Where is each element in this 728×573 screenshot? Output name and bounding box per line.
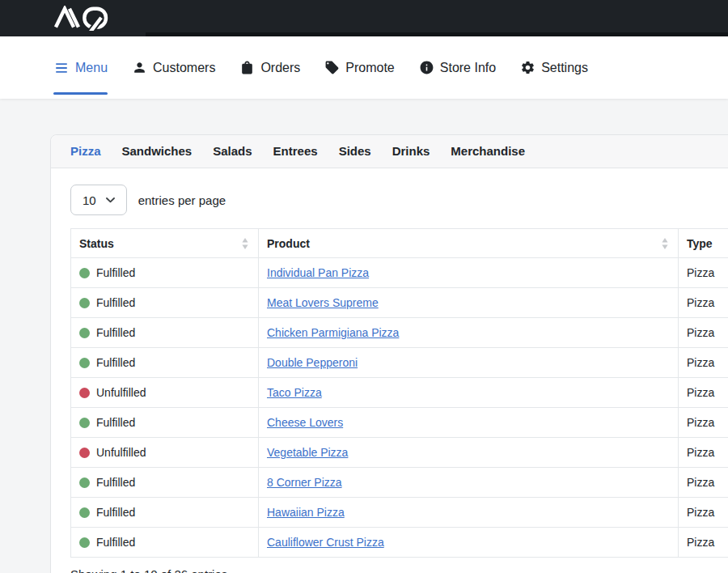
column-header-type[interactable]: Type: [679, 229, 728, 258]
tab-sides[interactable]: Sides: [339, 143, 371, 159]
type-cell: Pizza: [679, 348, 728, 378]
status-dot-icon: [79, 418, 90, 428]
tab-salads[interactable]: Salads: [213, 143, 252, 159]
nav-item-store-info[interactable]: Store Info: [419, 36, 496, 99]
status-label: Fulfilled: [96, 536, 135, 549]
status-dot-icon: [79, 358, 90, 368]
table-row: Fulfilled Double Pepperoni Pizza: [71, 348, 728, 378]
nav-item-label: Orders: [260, 61, 300, 75]
gear-icon: [520, 60, 535, 75]
brand-logo: [53, 0, 116, 36]
entries-select-value: 10: [83, 193, 96, 207]
type-cell: Pizza: [679, 528, 728, 558]
info-icon: [419, 60, 434, 75]
type-cell: Pizza: [679, 438, 728, 468]
table-row: Fulfilled Chicken Parmigiana Pizza Pizza: [71, 318, 728, 348]
product-link[interactable]: Chicken Parmigiana Pizza: [267, 326, 399, 339]
tab-drinks[interactable]: Drinks: [392, 143, 430, 159]
tab-pizza[interactable]: Pizza: [70, 143, 101, 159]
product-link[interactable]: Cauliflower Crust Pizza: [267, 536, 384, 549]
product-link[interactable]: Double Pepperoni: [267, 356, 358, 369]
nav-item-orders[interactable]: Orders: [239, 36, 300, 99]
product-link[interactable]: 8 Corner Pizza: [267, 476, 342, 489]
entries-per-page-select[interactable]: 10: [70, 185, 127, 215]
status-label: Fulfilled: [96, 416, 135, 429]
main-nav: Menu Customers Orders Promote Store Info…: [0, 36, 728, 99]
status-label: Fulfilled: [96, 506, 135, 519]
nav-item-label: Settings: [541, 61, 588, 75]
status-label: Unfulfilled: [96, 386, 146, 399]
table-row: Fulfilled Meat Lovers Supreme Pizza: [71, 288, 728, 318]
page-content: PizzaSandwichesSaladsEntreesSidesDrinksM…: [0, 99, 728, 573]
sort-arrows-icon: [242, 238, 248, 249]
table-row: Unfulfilled Taco Pizza Pizza: [71, 378, 728, 408]
type-cell: Pizza: [679, 498, 728, 528]
nav-item-promote[interactable]: Promote: [324, 36, 394, 99]
bag-icon: [239, 60, 255, 75]
status-label: Fulfilled: [96, 296, 135, 309]
tag-icon: [324, 60, 340, 75]
product-link[interactable]: Hawaiian Pizza: [267, 506, 345, 519]
status-dot-icon: [79, 478, 90, 488]
table-row: Fulfilled Cheese Lovers Pizza: [71, 408, 728, 438]
column-header-status[interactable]: Status: [71, 229, 259, 258]
chevron-down-icon: [106, 197, 115, 203]
type-cell: Pizza: [679, 378, 728, 408]
category-tabs: PizzaSandwichesSaladsEntreesSidesDrinksM…: [70, 143, 728, 159]
type-cell: Pizza: [679, 258, 728, 288]
status-label: Fulfilled: [96, 476, 135, 489]
tab-sandwiches[interactable]: Sandwiches: [122, 143, 193, 159]
table-summary: Showing 1 to 10 of 26 entries: [70, 567, 728, 573]
table-row: Fulfilled 8 Corner Pizza Pizza: [71, 468, 728, 498]
nav-item-customers[interactable]: Customers: [132, 36, 215, 99]
type-cell: Pizza: [679, 468, 728, 498]
menu-card-body: 10 entries per page Status Product Type: [51, 168, 728, 573]
type-cell: Pizza: [679, 288, 728, 318]
entries-row: 10 entries per page: [70, 185, 728, 215]
type-cell: Pizza: [679, 408, 728, 438]
nav-item-menu[interactable]: Menu: [53, 36, 108, 99]
status-label: Fulfilled: [96, 356, 135, 369]
nav-item-label: Customers: [153, 61, 215, 75]
table-row: Fulfilled Hawaiian Pizza Pizza: [71, 498, 728, 528]
status-dot-icon: [79, 537, 90, 548]
status-dot-icon: [79, 298, 90, 308]
brand-logo-icon: [53, 6, 116, 31]
nav-item-label: Promote: [345, 61, 394, 75]
type-cell: Pizza: [679, 318, 728, 348]
status-dot-icon: [79, 388, 90, 398]
product-link[interactable]: Individual Pan Pizza: [267, 266, 369, 279]
topbar: [0, 0, 728, 36]
table-row: Fulfilled Individual Pan Pizza Pizza: [71, 258, 728, 288]
product-link[interactable]: Vegetable Pizza: [267, 446, 348, 459]
nav-item-settings[interactable]: Settings: [520, 36, 588, 99]
sort-arrows-icon: [662, 238, 668, 249]
nav-items: Menu Customers Orders Promote Store Info…: [53, 36, 588, 99]
status-dot-icon: [79, 268, 90, 278]
status-dot-icon: [79, 507, 90, 518]
table-row: Unfulfilled Vegetable Pizza Pizza: [71, 438, 728, 468]
status-label: Unfulfilled: [96, 446, 146, 459]
table-row: Fulfilled Cauliflower Crust Pizza Pizza: [71, 528, 728, 558]
category-tab-bar: PizzaSandwichesSaladsEntreesSidesDrinksM…: [51, 135, 728, 168]
nav-item-label: Menu: [75, 61, 108, 75]
column-header-label: Status: [79, 237, 114, 250]
entries-per-page-label: entries per page: [138, 193, 226, 207]
status-label: Fulfilled: [96, 266, 135, 279]
menu-card: PizzaSandwichesSaladsEntreesSidesDrinksM…: [50, 134, 728, 573]
nav-item-label: Store Info: [440, 61, 496, 75]
tab-merchandise[interactable]: Merchandise: [451, 143, 525, 159]
column-header-label: Type: [687, 237, 713, 250]
person-icon: [132, 60, 147, 75]
product-link[interactable]: Meat Lovers Supreme: [267, 296, 379, 309]
product-link[interactable]: Cheese Lovers: [267, 416, 343, 429]
product-link[interactable]: Taco Pizza: [267, 386, 322, 399]
status-dot-icon: [79, 328, 90, 338]
column-header-label: Product: [267, 237, 310, 250]
status-dot-icon: [79, 448, 90, 458]
tab-entrees[interactable]: Entrees: [273, 143, 318, 159]
products-table: Status Product Type Fulfilled Individual…: [70, 228, 728, 558]
menu-icon: [53, 61, 70, 75]
column-header-product[interactable]: Product: [259, 229, 679, 258]
status-label: Fulfilled: [96, 326, 135, 339]
